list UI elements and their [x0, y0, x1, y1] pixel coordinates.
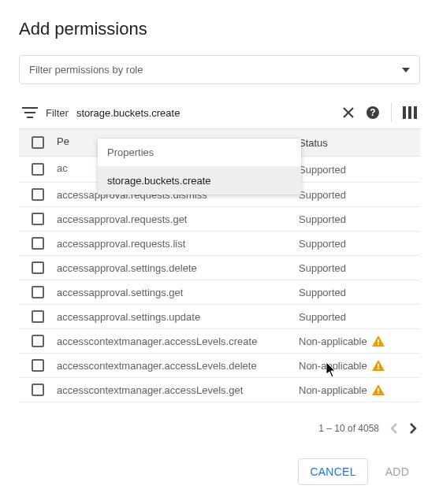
permission-name: accessapproval.requests.list — [54, 238, 299, 250]
filter-icon — [22, 106, 38, 119]
permission-name: accesscontextmanager.accessLevels.get — [54, 384, 299, 396]
permission-name: accesscontextmanager.accessLevels.delete — [54, 360, 299, 372]
warning-icon — [372, 360, 385, 371]
filter-bar: Filter ? — [19, 97, 420, 128]
row-checkbox[interactable] — [32, 261, 44, 274]
status-cell: Supported — [299, 262, 417, 274]
svg-rect-9 — [378, 343, 379, 345]
header-status: Status — [299, 137, 417, 149]
svg-rect-7 — [414, 106, 417, 119]
clear-filter-icon[interactable] — [342, 106, 355, 119]
table-row: accessapproval.settings.get Supported — [19, 280, 420, 305]
row-checkbox[interactable] — [32, 237, 44, 250]
row-checkbox[interactable] — [32, 163, 44, 176]
row-checkbox[interactable] — [32, 188, 44, 201]
columns-icon[interactable] — [403, 106, 417, 119]
dialog-actions: CANCEL ADD — [19, 443, 420, 485]
filter-actions: ? — [342, 103, 417, 122]
pagination-range: 1 – 10 of 4058 — [318, 423, 379, 434]
dropdown-arrow-icon — [402, 68, 410, 72]
permission-name: accesscontextmanager.accessLevels.create — [54, 335, 299, 347]
status-cell: Non-applicable — [299, 384, 417, 396]
status-cell: Non-applicable — [299, 360, 417, 372]
permission-name: accessapproval.settings.delete — [54, 262, 299, 274]
table-row: accesscontextmanager.accessLevels.create… — [19, 329, 420, 354]
status-cell: Supported — [299, 164, 417, 176]
cancel-button[interactable]: CANCEL — [298, 458, 367, 485]
row-checkbox[interactable] — [32, 359, 44, 372]
table-row: accesscontextmanager.accessLevels.delete… — [19, 354, 420, 378]
status-cell: Supported — [299, 311, 417, 323]
svg-rect-6 — [408, 106, 411, 119]
svg-rect-13 — [378, 392, 379, 394]
row-checkbox[interactable] — [32, 384, 44, 396]
svg-rect-5 — [403, 106, 406, 119]
row-checkbox[interactable] — [32, 310, 44, 323]
status-cell: Non-applicable — [299, 335, 417, 347]
table-row: accessapproval.settings.update Supported — [19, 305, 420, 329]
table-row: accessapproval.settings.delete Supported — [19, 256, 420, 280]
help-icon[interactable]: ? — [366, 106, 380, 120]
autocomplete-header: Properties — [98, 139, 301, 167]
svg-rect-12 — [378, 388, 379, 391]
svg-rect-10 — [378, 364, 379, 367]
dialog-title: Add permissions — [19, 19, 420, 39]
permission-name: accessapproval.requests.get — [54, 213, 299, 225]
select-all-checkbox[interactable] — [32, 136, 44, 149]
svg-rect-11 — [378, 368, 379, 369]
svg-rect-8 — [378, 339, 379, 343]
role-filter-placeholder: Filter permissions by role — [29, 64, 143, 76]
row-checkbox[interactable] — [32, 335, 44, 347]
autocomplete-popup: Properties storage.buckets.create — [98, 139, 301, 195]
status-cell: Supported — [299, 287, 417, 298]
divider — [391, 103, 392, 122]
add-permissions-dialog: Add permissions Filter permissions by ro… — [0, 0, 439, 504]
status-cell: Supported — [299, 189, 417, 201]
svg-rect-2 — [27, 117, 33, 118]
warning-icon — [372, 384, 385, 395]
status-cell: Supported — [299, 213, 417, 225]
svg-rect-0 — [22, 107, 38, 109]
table-row: accessapproval.requests.get Supported — [19, 207, 420, 232]
table-row: accessapproval.requests.list Supported — [19, 232, 420, 256]
row-checkbox[interactable] — [32, 213, 44, 225]
filter-label: Filter — [46, 107, 69, 119]
next-page-icon[interactable] — [409, 422, 417, 435]
permission-name: accessapproval.settings.get — [54, 287, 299, 298]
svg-rect-1 — [24, 112, 35, 113]
table-body: ac Supported accessapproval.requests.dis… — [19, 157, 420, 414]
row-checkbox[interactable] — [32, 286, 44, 298]
add-button[interactable]: ADD — [374, 458, 420, 485]
permission-name: accessapproval.settings.update — [54, 311, 299, 323]
svg-text:?: ? — [370, 107, 375, 118]
prev-page-icon[interactable] — [390, 422, 398, 435]
warning-icon — [372, 335, 385, 346]
role-filter-dropdown[interactable]: Filter permissions by role — [19, 55, 420, 84]
autocomplete-suggestion[interactable]: storage.buckets.create — [98, 167, 301, 195]
pagination: 1 – 10 of 4058 — [19, 414, 420, 443]
filter-input[interactable] — [76, 107, 334, 119]
status-cell: Supported — [299, 238, 417, 250]
table-row: accesscontextmanager.accessLevels.get No… — [19, 378, 420, 402]
